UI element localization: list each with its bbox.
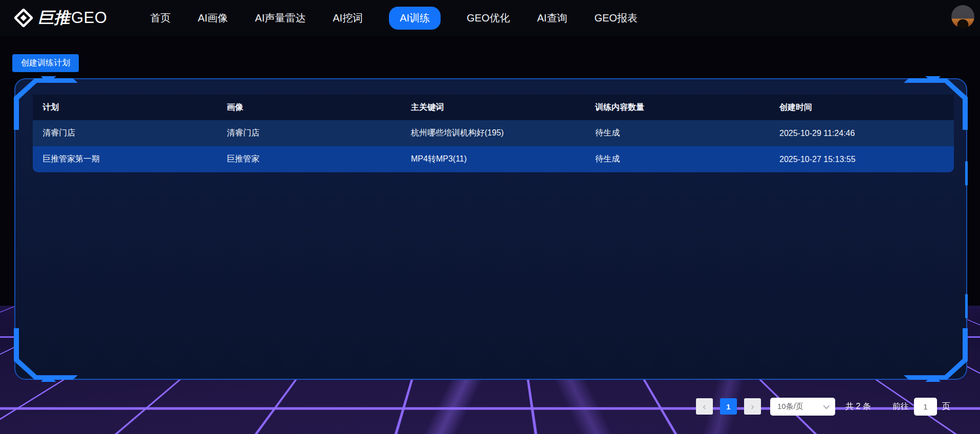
table-row[interactable]: 巨推管家第一期 巨推管家 MP4转MP3(11) 待生成 2025-10-27 … — [33, 146, 954, 172]
pagination-page-1-button[interactable]: 1 — [720, 398, 737, 415]
cell-portrait: 巨推管家 — [217, 154, 401, 165]
brand-name-cn: 巨推 — [38, 9, 70, 27]
top-navbar: 巨推GEO 首页 AI画像 AI声量雷达 AI挖词 AI训练 GEO优化 AI查… — [0, 0, 980, 36]
frame-corner-bottom-right — [898, 328, 969, 382]
training-plan-table: 计划 画像 主关键词 训练内容数量 创建时间 清睿门店 清睿门店 杭州哪些培训机… — [33, 95, 954, 172]
column-header-portrait: 画像 — [217, 102, 401, 113]
nav-item-ai-profile[interactable]: AI画像 — [197, 7, 229, 30]
frame-edge-notch — [965, 161, 968, 186]
cell-content-count: 待生成 — [585, 154, 770, 165]
cell-created-time: 2025-10-29 11:24:46 — [770, 129, 954, 138]
user-avatar[interactable] — [951, 5, 974, 28]
chevron-down-icon — [823, 402, 830, 409]
pagination-next-button[interactable]: › — [744, 398, 761, 415]
nav-item-geo-optimization[interactable]: GEO优化 — [466, 7, 511, 30]
column-header-content-count: 训练内容数量 — [585, 102, 770, 113]
cell-portrait: 清睿门店 — [217, 128, 401, 139]
page-size-select[interactable]: 10条/页 — [770, 398, 835, 416]
table-row[interactable]: 清睿门店 清睿门店 杭州哪些培训机构好(195) 待生成 2025-10-29 … — [33, 120, 954, 146]
pagination-prev-button[interactable]: ‹ — [696, 398, 713, 415]
total-count-text: 共 2 条 — [845, 401, 871, 412]
nav-item-home[interactable]: 首页 — [149, 7, 171, 30]
page-size-value: 10条/页 — [777, 402, 803, 412]
cell-plan: 巨推管家第一期 — [33, 154, 217, 165]
pagination: ‹ 1 › 10条/页 共 2 条 前往 页 — [696, 397, 950, 416]
brand-logo-icon — [14, 9, 33, 27]
goto-page-suffix: 页 — [942, 401, 950, 412]
chevron-right-icon: › — [751, 399, 754, 414]
table-header-row: 计划 画像 主关键词 训练内容数量 创建时间 — [33, 95, 954, 120]
column-header-main-keyword: 主关键词 — [401, 102, 585, 113]
cell-plan: 清睿门店 — [33, 128, 217, 139]
nav-item-ai-keyword-mining[interactable]: AI挖词 — [332, 7, 364, 30]
goto-page-input[interactable] — [914, 398, 937, 416]
nav-item-ai-query[interactable]: AI查询 — [536, 7, 568, 30]
column-header-plan: 计划 — [33, 102, 217, 113]
chevron-left-icon: ‹ — [703, 399, 706, 414]
nav-item-ai-voice-radar[interactable]: AI声量雷达 — [254, 7, 307, 30]
nav-item-ai-training[interactable]: AI训练 — [389, 7, 441, 30]
nav-item-geo-report[interactable]: GEO报表 — [593, 7, 638, 30]
brand-name-en: GEO — [71, 9, 107, 27]
nav-menu: 首页 AI画像 AI声量雷达 AI挖词 AI训练 GEO优化 AI查询 GEO报… — [149, 7, 638, 30]
frame-corner-bottom-left — [12, 328, 84, 382]
goto-page-label: 前往 — [892, 401, 909, 412]
brand-title: 巨推GEO — [38, 7, 107, 29]
cell-created-time: 2025-10-27 15:13:55 — [770, 155, 954, 164]
create-training-plan-button[interactable]: 创建训练计划 — [12, 54, 79, 72]
cell-content-count: 待生成 — [585, 128, 770, 139]
cell-main-keyword: 杭州哪些培训机构好(195) — [401, 128, 585, 139]
column-header-created-time: 创建时间 — [770, 102, 954, 113]
training-plan-panel: 计划 画像 主关键词 训练内容数量 创建时间 清睿门店 清睿门店 杭州哪些培训机… — [14, 78, 967, 380]
cell-main-keyword: MP4转MP3(11) — [401, 154, 585, 165]
brand-logo[interactable]: 巨推GEO — [14, 7, 107, 29]
